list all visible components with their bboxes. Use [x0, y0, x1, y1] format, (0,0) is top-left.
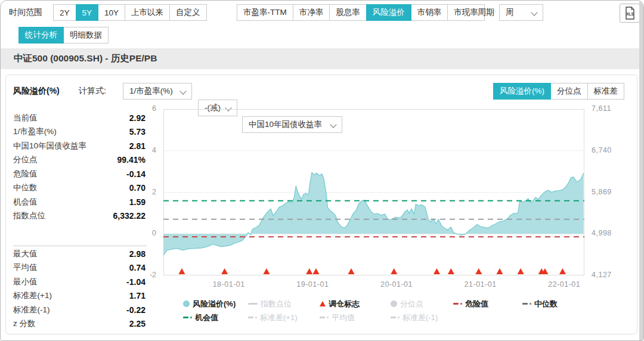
metric-tab-pe-ttm[interactable]: 市盈率-TTM — [237, 4, 293, 21]
svg-text:XLS: XLS — [626, 12, 634, 16]
legend-item-index-level[interactable]: 指数点位 — [248, 297, 320, 311]
scrollbar[interactable] — [639, 1, 643, 340]
xls-file-icon: XLS — [624, 7, 636, 20]
tab-detail-data[interactable]: 明细数据 — [63, 27, 109, 44]
legend-item-median[interactable]: 中位数 — [522, 297, 576, 311]
legend-item-rebalance-flag[interactable]: 调仓标志 — [320, 297, 391, 311]
chevron-down-icon — [531, 9, 537, 16]
period-select[interactable]: 周 — [499, 4, 543, 21]
rebalance-marker-icon — [448, 268, 454, 274]
period-label: 周期 — [478, 4, 494, 21]
legend-label: 标准差(-1) — [402, 312, 438, 323]
stat-row: 分位点99.41% — [13, 153, 145, 168]
mean-marker-icon — [320, 317, 329, 318]
time-range-2y[interactable]: 2Y — [53, 4, 76, 21]
time-range-custom[interactable]: 自定义 — [169, 4, 207, 21]
tab-statistics[interactable]: 统计分析 — [18, 27, 64, 44]
stat-value: 1.59 — [129, 197, 145, 207]
stat-label: 危险值 — [13, 169, 38, 179]
stat-value: -0.14 — [126, 169, 145, 179]
stat-label: 当前值 — [13, 113, 38, 123]
legend-item-percentile[interactable]: 分位点 — [391, 297, 453, 311]
risk-premium-marker-icon — [183, 300, 190, 307]
view-toggle-percentile[interactable]: 分位点 — [550, 83, 588, 100]
stat-label: 最小值 — [13, 277, 38, 287]
stat-label: 机会值 — [13, 197, 38, 207]
metric-tab-risk-premium[interactable]: 风险溢价 — [366, 4, 411, 21]
rebalance-marker-icon — [348, 268, 355, 274]
danger-value-marker-icon — [453, 303, 462, 305]
stat-value: 2.98 — [129, 249, 145, 259]
legend-item-std-minus1[interactable]: 标准差(-1) — [391, 311, 453, 324]
legend-item-opportunity-value[interactable]: 机会值 — [183, 311, 248, 324]
period-select-value: 周 — [506, 7, 514, 18]
metric-tab-dividend-yield[interactable]: 股息率 — [329, 4, 367, 21]
app-window: 时间范围 2Y5Y10Y上市以来自定义 市盈率-TTM市净率股息率风险溢价市销率… — [0, 0, 644, 341]
rebalance-marker-icon — [178, 268, 185, 274]
legend-label: 调仓标志 — [329, 299, 360, 309]
metric-tab-pb[interactable]: 市净率 — [293, 4, 330, 21]
legend-label: 危险值 — [465, 299, 488, 309]
stat-row: 当前值2.92 — [13, 111, 145, 125]
stat-label: 标准差(+1) — [13, 290, 52, 301]
formula-operand1-select[interactable]: 1/市盈率(%) — [123, 83, 192, 100]
stat-row: 中国10年国债收益率2.81 — [13, 139, 145, 153]
legend-item-risk-premium[interactable]: 风险溢价(%) — [183, 297, 248, 311]
time-range-5y[interactable]: 5Y — [76, 4, 99, 21]
legend-label: 风险溢价(%) — [193, 299, 236, 309]
y-axis-tick-right: 4,127 — [592, 271, 621, 279]
stat-row: z 分数2.25 — [13, 317, 145, 331]
time-range-group: 2Y5Y10Y上市以来自定义 — [53, 4, 207, 21]
stat-row: 1/市盈率(%)5.73 — [13, 125, 145, 140]
rebalance-marker-icon — [263, 268, 270, 274]
chart-legend: 风险溢价(%)指数点位调仓标志分位点危险值中位数机会值标准差(+1)平均值标准差… — [183, 297, 576, 324]
stat-row: 平均值0.74 — [13, 261, 145, 275]
stat-label: z 分数 — [13, 318, 36, 329]
page-title: 中证500 (000905.SH) - 历史PE/PB — [14, 52, 157, 65]
y-axis-tick-left: -2 — [134, 271, 156, 279]
metric-tab-ps[interactable]: 市销率 — [411, 4, 448, 21]
y-axis-tick-right: 4,998 — [592, 229, 621, 237]
y-axis-tick-left: 4 — [134, 146, 156, 154]
stat-label: 分位点 — [13, 154, 38, 165]
legend-label: 分位点 — [400, 299, 423, 309]
y-axis-tick-right: 7,611 — [592, 104, 621, 113]
y-axis-tick-right: 6,740 — [592, 146, 621, 154]
x-axis-tick: 21-01-01 — [454, 280, 507, 289]
stats-group-1: 当前值2.921/市盈率(%)5.73中国10年国债收益率2.81分位点99.4… — [13, 111, 145, 223]
view-toggle-group: 风险溢价(%)分位点标准差 — [493, 83, 624, 100]
export-xls-button[interactable]: XLS — [620, 4, 640, 23]
time-range-10y[interactable]: 10Y — [98, 4, 125, 21]
x-axis-tick: 22-01-01 — [537, 280, 591, 289]
rebalance-marker-icon — [518, 268, 524, 274]
stat-value: 6,332.22 — [113, 211, 146, 221]
opportunity-value-marker-icon — [183, 317, 192, 318]
metric-title: 风险溢价(%) — [13, 83, 60, 99]
legend-label: 中位数 — [534, 299, 558, 309]
stat-row: 中位数0.70 — [13, 181, 145, 196]
legend-item-mean[interactable]: 平均值 — [320, 311, 391, 324]
rebalance-marker-icon — [434, 268, 440, 274]
formula-operand1-value: 1/市盈率(%) — [129, 86, 173, 97]
std-minus1-marker-icon — [391, 317, 400, 318]
stat-label: 平均值 — [13, 262, 38, 273]
chart-plot-area — [163, 109, 584, 275]
view-toggle-std-dev[interactable]: 标准差 — [587, 83, 625, 100]
rebalance-marker-icon — [559, 268, 566, 274]
rebalance-marker-icon — [312, 268, 319, 274]
time-range-since-listing[interactable]: 上市以来 — [125, 4, 170, 21]
stat-row: 最大值2.98 — [13, 247, 145, 261]
index-level-marker-icon — [248, 303, 258, 305]
stat-value: 5.73 — [129, 127, 145, 137]
x-axis-tick: 19-01-01 — [286, 280, 339, 289]
stat-row: 最小值-1.04 — [13, 275, 145, 289]
stat-value: -0.22 — [126, 305, 145, 315]
legend-item-std-plus1[interactable]: 标准差(+1) — [248, 311, 320, 324]
x-axis-tick: 20-01-01 — [370, 280, 423, 289]
stat-value: 99.41% — [117, 155, 145, 165]
stats-group-2: 最大值2.98平均值0.74最小值-1.04标准差(+1)1.71标准差(-1)… — [13, 247, 145, 331]
legend-item-danger-value[interactable]: 危险值 — [453, 297, 522, 311]
percentile-marker-icon — [391, 300, 397, 307]
stats-divider — [13, 246, 147, 246]
view-toggle-risk-premium[interactable]: 风险溢价(%) — [493, 83, 551, 100]
